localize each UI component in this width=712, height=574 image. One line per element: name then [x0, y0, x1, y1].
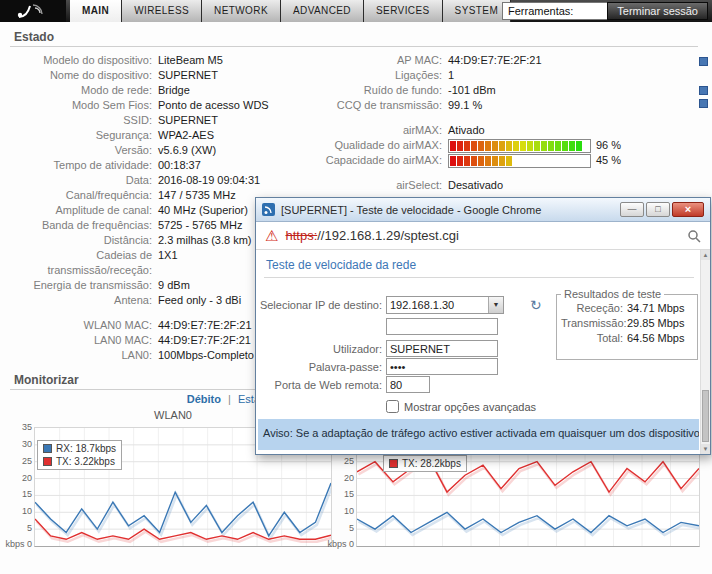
refresh-icon[interactable]: ↻ [530, 297, 542, 313]
window-icon [262, 203, 275, 216]
result-value: 64.56 Mbps [627, 331, 684, 346]
status-row: AP MAC:44:D9:E7:7E:2F:21 [306, 53, 702, 68]
bar-segment [520, 156, 526, 166]
field-label: Cadeias de transmissão/receção: [14, 248, 158, 278]
field-value-text: 2016-08-19 09:04:31 [158, 173, 260, 188]
field-value: 99.1 % [448, 98, 482, 113]
chart-legend: TX: 28.2kbps [383, 455, 467, 472]
field-label: LAN0: [14, 348, 158, 363]
field-value-text: Desativado [448, 178, 503, 193]
scroll-down-icon[interactable]: ▼ [701, 444, 710, 454]
field-value-text: 5725 - 5765 MHz [158, 218, 242, 233]
bar-segment [555, 156, 561, 166]
status-row: Versão:v5.6.9 (XW) [14, 143, 354, 158]
field-value-text: 00:18:37 [158, 158, 201, 173]
field-value: 45 % [448, 153, 621, 168]
field-label: WLAN0 MAC: [14, 318, 158, 333]
nav-tab-main[interactable]: MAIN [70, 0, 122, 22]
status-row: Modo Sem Fios:Ponto de acesso WDS [14, 98, 354, 113]
field-label: Modo de rede: [14, 83, 158, 98]
user-row: Utilizador: [256, 340, 498, 357]
field-label: SSID: [14, 113, 158, 128]
scroll-up-icon[interactable]: ▲ [701, 250, 710, 260]
nav-tab-services[interactable]: SERVICES [364, 0, 443, 22]
maximize-button[interactable]: □ [646, 202, 670, 217]
field-value-text: 99.1 % [448, 98, 482, 113]
field-value: Ponto de acesso WDS [158, 98, 269, 113]
advanced-options-checkbox[interactable] [386, 400, 399, 413]
bar-segment [569, 156, 575, 166]
nav-tab-system[interactable]: SYSTEM [443, 0, 512, 22]
legend-label: RX: 18.7kbps [56, 442, 116, 455]
field-value-text: 45 % [596, 153, 621, 168]
bar-segment [492, 141, 498, 151]
nav-tab-wireless[interactable]: WIRELESS [122, 0, 202, 22]
scrollbar-thumb[interactable] [702, 390, 709, 442]
tools-select[interactable]: Ferramentas: ▼ [502, 2, 620, 20]
field-value-text: SUPERNET [158, 113, 218, 128]
field-label: Amplitude de canal: [14, 203, 158, 218]
result-label: Receção: [561, 301, 627, 316]
bar-segment [450, 156, 456, 166]
bar-segment [583, 141, 589, 151]
field-value: 9 dBm [158, 278, 190, 293]
help-icon[interactable] [699, 86, 708, 95]
destination-ip-select[interactable]: 192.168.1.30 ▼ [386, 296, 504, 314]
field-value: 44:D9:E7:7E:2F:21 [158, 318, 252, 333]
y-tick-label: 10 [344, 506, 354, 516]
brand-logo [0, 0, 66, 22]
rx-swatch [43, 444, 52, 453]
popup-scrollbar[interactable]: ▲ ▼ [700, 250, 710, 454]
result-row: Receção:34.71 Mbps [561, 301, 693, 316]
field-value: v5.6.9 (XW) [158, 143, 216, 158]
result-row: Total:64.56 Mbps [561, 331, 693, 346]
field-value-text: 44:D9:E7:7E:2F:21 [448, 53, 542, 68]
main-nav-tabs: MAINWIRELESSNETWORKADVANCEDSERVICESSYSTE… [70, 0, 511, 22]
zoom-icon[interactable] [687, 229, 701, 243]
bar-segment [471, 141, 477, 151]
field-label: Distância: [14, 233, 158, 248]
password-row: Palavra-passe: [256, 358, 498, 375]
y-tick-label: 25 [22, 456, 32, 466]
help-icon[interactable] [699, 99, 708, 108]
nav-tab-network[interactable]: NETWORK [202, 0, 281, 22]
tab-throughput[interactable]: Débito [187, 393, 221, 405]
bar-segment [527, 156, 533, 166]
help-icon[interactable] [699, 57, 708, 66]
field-label: Versão: [14, 143, 158, 158]
status-row: Capacidade do airMAX:45 % [306, 153, 702, 168]
chevron-down-icon: ▼ [488, 297, 503, 313]
user-input[interactable] [386, 340, 498, 357]
nav-tab-advanced[interactable]: ADVANCED [281, 0, 364, 22]
field-value-text: SUPERNET [158, 68, 218, 83]
close-button[interactable]: × [672, 202, 704, 217]
field-label: Antena: [14, 293, 158, 308]
minimize-button[interactable]: — [620, 202, 644, 217]
legend-label: TX: 3.22kbps [56, 455, 115, 468]
remote-port-input[interactable] [386, 376, 430, 393]
field-value: SUPERNET [158, 113, 218, 128]
section-divider [10, 46, 698, 47]
bar-segment [534, 141, 540, 151]
popup-title-bar[interactable]: [SUPERNET] - Teste de velocidade - Googl… [256, 198, 710, 222]
password-field[interactable] [386, 358, 498, 375]
field-value-text: 40 MHz (Superior) [158, 203, 248, 218]
field-label: AP MAC: [306, 53, 448, 68]
bar-segment [576, 156, 582, 166]
custom-ip-input[interactable] [386, 318, 498, 335]
field-label: Qualidade do airMAX: [306, 138, 448, 153]
y-tick-label: 30 [22, 439, 32, 449]
chart-legend: RX: 18.7kbpsTX: 3.22kbps [37, 440, 122, 470]
field-label: Capacidade do airMAX: [306, 153, 448, 168]
legend-row: TX: 28.2kbps [389, 457, 461, 470]
destination-ip-label: Selecionar IP de destino: [256, 299, 386, 311]
field-label: CCQ de transmissão: [306, 98, 448, 113]
logout-button[interactable]: Terminar sessão [607, 2, 708, 20]
field-value-text: 100Mbps-Completo [158, 348, 254, 363]
status-section-title: Estado [14, 30, 54, 44]
status-row: Modelo do dispositivo:LiteBeam M5 [14, 53, 354, 68]
bar-segment [520, 141, 526, 151]
field-value: 1X1 [158, 248, 178, 263]
bar-segment [450, 141, 456, 151]
bar-segment [541, 156, 547, 166]
